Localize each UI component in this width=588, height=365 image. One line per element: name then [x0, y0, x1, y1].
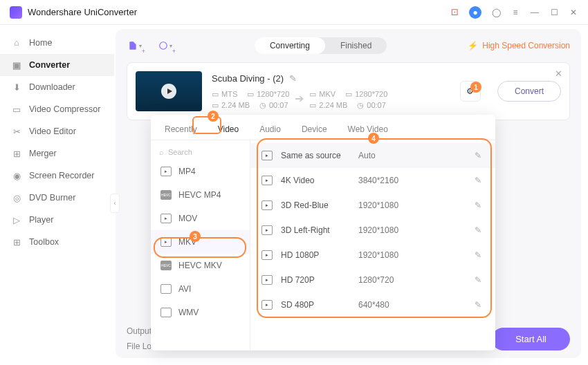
sidebar-item-converter[interactable]: ▣Converter [0, 54, 114, 76]
high-speed-conversion[interactable]: ⚡High Speed Conversion [468, 41, 570, 50]
sidebar-item-recorder[interactable]: ◉Screen Recorder [0, 165, 114, 187]
add-file-button[interactable]: +▾ [127, 37, 143, 54]
edit-icon[interactable]: ✎ [475, 151, 484, 160]
sidebar-label: Converter [29, 60, 70, 70]
format-hevcmkv[interactable]: HEVCHEVC MKV [151, 254, 250, 277]
format-wmv[interactable]: WMV [151, 301, 250, 324]
bolt-icon: ⚡ [468, 41, 478, 50]
home-icon: ⌂ [11, 37, 22, 48]
menu-icon[interactable]: ≡ [511, 8, 520, 17]
video-icon: ▸ [261, 151, 273, 160]
sidebar-item-player[interactable]: ▷Player [0, 209, 114, 231]
tab-device[interactable]: Device [297, 120, 331, 140]
edit-icon[interactable]: ✎ [475, 200, 484, 210]
sidebar-label: Video Compressor [29, 104, 100, 114]
gift-icon[interactable]: ⚀ [450, 8, 459, 17]
res-4k[interactable]: ▸4K Video3840*2160✎ [250, 168, 495, 193]
hevc-icon: HEVC [160, 261, 172, 270]
sidebar-label: DVD Burner [29, 193, 75, 203]
format-mkv[interactable]: ▸MKV [151, 230, 250, 254]
convert-button[interactable]: Convert [497, 81, 561, 102]
edit-name-icon[interactable]: ✎ [289, 73, 297, 84]
video-icon: ▸ [261, 176, 273, 185]
video-icon: ▸ [261, 300, 273, 310]
badge-2: 2 [208, 111, 219, 122]
sidebar: ⌂Home ▣Converter ⬇Downloader ▭Video Comp… [0, 25, 114, 365]
dst-size: ▭ 2.24 MB [309, 101, 347, 110]
dst-format: ▭ MKV [309, 90, 336, 99]
sidebar-collapse[interactable]: ‹ [110, 194, 120, 213]
arrow-icon: ➔ [295, 92, 304, 105]
svg-point-0 [160, 42, 167, 50]
video-icon: ▸ [261, 250, 273, 260]
grid-icon: ⊞ [11, 236, 22, 247]
seg-finished[interactable]: Finished [325, 37, 387, 54]
app-title: Wondershare UniConverter [28, 7, 450, 17]
format-avi[interactable]: AVI [151, 277, 250, 301]
edit-icon[interactable]: ✎ [475, 250, 484, 260]
res-480p[interactable]: ▸SD 480P640*480✎ [250, 292, 495, 317]
sidebar-label: Player [29, 215, 53, 225]
file-name: Scuba Diving - (2) [212, 73, 284, 84]
search-row[interactable]: ⌕Search [151, 144, 250, 160]
tab-audio[interactable]: Audio [255, 120, 285, 140]
compress-icon: ▭ [11, 104, 22, 115]
sidebar-item-compressor[interactable]: ▭Video Compressor [0, 98, 114, 120]
res-same-source[interactable]: ▸Same as sourceAuto✎ [250, 143, 495, 168]
minimize-icon[interactable]: — [530, 8, 540, 17]
card-close[interactable]: ✕ [555, 68, 562, 79]
resolution-column: ▸Same as sourceAuto✎ ▸4K Video3840*2160✎… [250, 140, 495, 350]
tab-video[interactable]: Video [214, 120, 243, 140]
sidebar-item-dvd[interactable]: ◎DVD Burner [0, 187, 114, 209]
res-3d-rb[interactable]: ▸3D Red-Blue1920*1080✎ [250, 193, 495, 218]
src-size: ▭ 2.24 MB [212, 101, 250, 110]
file-card: ✕ Scuba Diving - (2)✎ ▭ MTS ▭ 1280*720 ▭… [127, 62, 570, 120]
video-file-icon [160, 308, 172, 317]
dst-res: ▭ 1280*720 [345, 90, 387, 99]
edit-icon[interactable]: ✎ [475, 300, 484, 310]
edit-icon[interactable]: ✎ [475, 275, 484, 285]
sidebar-label: Toolbox [29, 237, 59, 247]
badge-4: 4 [368, 133, 379, 144]
converter-icon: ▣ [11, 59, 22, 71]
sidebar-item-home[interactable]: ⌂Home [0, 32, 114, 54]
video-file-icon: ▸ [160, 237, 172, 247]
download-icon: ⬇ [11, 82, 22, 93]
search-icon: ⌕ [159, 148, 164, 156]
sidebar-item-editor[interactable]: ✂Video Editor [0, 120, 114, 142]
app-logo [10, 6, 22, 19]
headset-icon[interactable]: ◯ [491, 8, 501, 17]
dst-dur: ◷ 00:07 [357, 101, 386, 110]
edit-icon[interactable]: ✎ [475, 176, 484, 185]
sidebar-label: Merger [29, 149, 57, 158]
titlebar: Wondershare UniConverter ⚀ ● ◯ ≡ — ☐ ✕ [0, 0, 588, 25]
tab-recently[interactable]: Recently [160, 120, 201, 140]
user-icon[interactable]: ● [469, 6, 481, 19]
video-thumbnail[interactable] [136, 71, 202, 111]
format-mp4[interactable]: ▸MP4 [151, 160, 250, 183]
video-file-icon [160, 284, 172, 294]
res-720p[interactable]: ▸HD 720P1280*720✎ [250, 268, 495, 292]
maximize-icon[interactable]: ☐ [549, 8, 559, 17]
sidebar-item-downloader[interactable]: ⬇Downloader [0, 76, 114, 98]
src-format: ▭ MTS [212, 90, 237, 99]
edit-icon[interactable]: ✎ [475, 225, 484, 235]
video-file-icon: ▸ [160, 214, 172, 223]
sidebar-label: Home [29, 38, 52, 48]
scissors-icon: ✂ [11, 126, 22, 137]
sidebar-label: Screen Recorder [29, 171, 95, 180]
sidebar-item-toolbox[interactable]: ⊞Toolbox [0, 231, 114, 253]
res-1080p[interactable]: ▸HD 1080P1920*1080✎ [250, 243, 495, 268]
res-3d-lr[interactable]: ▸3D Left-Right1920*1080✎ [250, 218, 495, 243]
start-all-button[interactable]: Start All [492, 328, 570, 350]
seg-converting[interactable]: Converting [255, 37, 325, 54]
status-segmented: Converting Finished [255, 37, 387, 54]
src-res: ▭ 1280*720 [247, 90, 289, 99]
badge-1: 1 [470, 82, 481, 93]
format-hevcmp4[interactable]: HEVCHEVC MP4 [151, 183, 250, 207]
sidebar-item-merger[interactable]: ⊞Merger [0, 142, 114, 165]
format-mov[interactable]: ▸MOV [151, 207, 250, 230]
add-url-button[interactable]: +▾ [157, 37, 174, 54]
badge-3: 3 [190, 231, 201, 242]
close-icon[interactable]: ✕ [569, 8, 578, 17]
